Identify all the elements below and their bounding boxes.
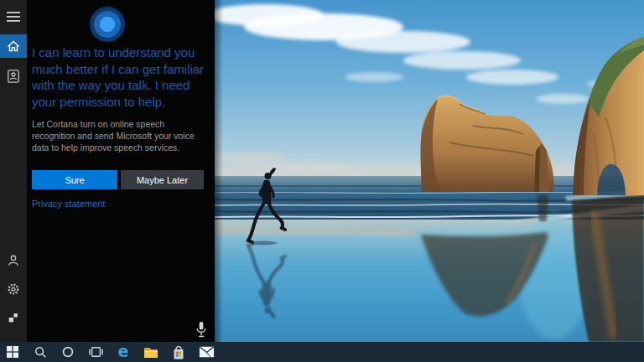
- search-button[interactable]: [30, 342, 50, 362]
- notebook-icon: [6, 69, 21, 84]
- store-button[interactable]: [169, 342, 189, 362]
- microphone-button[interactable]: [195, 321, 208, 338]
- sidebar-item-notebook[interactable]: [0, 64, 27, 88]
- svg-text:e: e: [118, 344, 129, 360]
- edge-button[interactable]: e: [113, 342, 133, 362]
- edge-icon: e: [116, 344, 131, 360]
- cortana-orb: [89, 6, 126, 43]
- sidebar-item-home[interactable]: [0, 34, 27, 58]
- cortana-setup-screen: I can learn to understand you much bette…: [0, 0, 644, 362]
- cortana-sidebar: [0, 0, 27, 342]
- folder-icon: [143, 346, 158, 359]
- cortana-heading: I can learn to understand you much bette…: [32, 44, 205, 110]
- cortana-circle-icon: [62, 346, 74, 358]
- cortana-description: Let Cortana turn on online speech recogn…: [32, 118, 206, 153]
- mail-icon: [199, 346, 215, 358]
- file-explorer-button[interactable]: [141, 342, 161, 362]
- search-icon: [34, 346, 47, 359]
- microphone-icon: [195, 321, 208, 338]
- sidebar-bottom-group: [0, 246, 27, 332]
- desktop[interactable]: [215, 0, 644, 342]
- taskbar: e: [0, 342, 644, 362]
- sidebar-spacer: [0, 88, 27, 246]
- hamburger-menu-button[interactable]: [0, 4, 27, 28]
- sidebar-item-profile[interactable]: [0, 246, 27, 275]
- sidebar-item-feedback[interactable]: [0, 303, 27, 332]
- task-view-button[interactable]: [86, 342, 106, 362]
- user-icon: [7, 254, 20, 267]
- windows-start-icon: [7, 346, 18, 358]
- maybe-later-button[interactable]: Maybe Later: [121, 170, 204, 189]
- cortana-taskbar-button[interactable]: [58, 342, 78, 362]
- cortana-panel: I can learn to understand you much bette…: [27, 0, 215, 342]
- home-icon: [6, 39, 21, 54]
- gear-icon: [7, 282, 20, 296]
- wallpaper-beach-scene: [215, 0, 644, 342]
- task-view-icon: [89, 346, 103, 358]
- privacy-statement-link[interactable]: Privacy statement: [32, 199, 105, 209]
- start-button[interactable]: [3, 342, 23, 362]
- mail-button[interactable]: [196, 342, 216, 362]
- sidebar-item-settings[interactable]: [0, 275, 27, 303]
- sure-button[interactable]: Sure: [32, 170, 117, 189]
- feedback-icon: [7, 311, 20, 324]
- store-icon: [172, 344, 185, 360]
- hamburger-menu-icon: [7, 12, 20, 22]
